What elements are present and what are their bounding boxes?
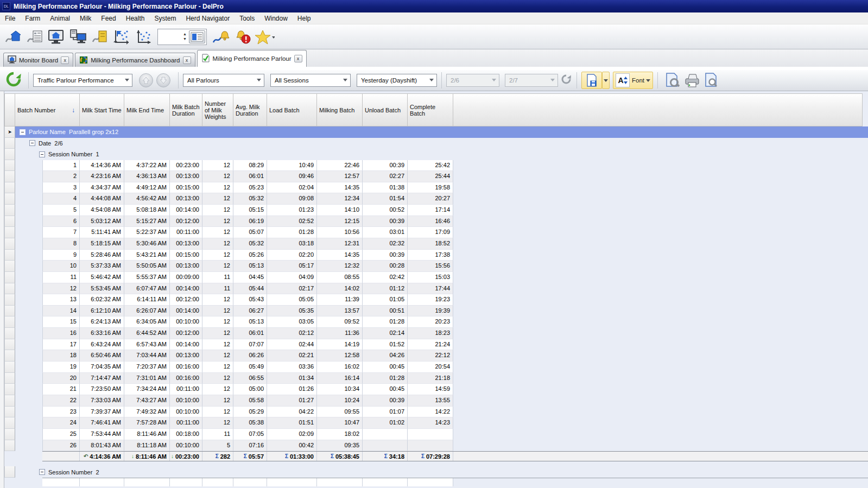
scatter-plot-icon[interactable] <box>132 26 154 48</box>
report-type-select[interactable]: Traffic Parlour Performance <box>33 74 132 87</box>
collapse-icon[interactable] <box>39 151 45 157</box>
row-indicator-cell[interactable] <box>4 328 15 339</box>
group-row-content-parlour-name[interactable]: Parlour Name Parallell grop 2x12 <box>15 126 868 138</box>
spinner-arrows-icon[interactable]: ▲▼ <box>183 31 187 41</box>
column-header-milking-batch[interactable]: Milking Batch <box>317 93 363 126</box>
menu-item-window[interactable]: Window <box>259 13 293 24</box>
row-indicator-cell[interactable] <box>4 417 15 429</box>
menu-item-animal[interactable]: Animal <box>45 13 75 24</box>
row-indicator-cell[interactable] <box>4 395 15 407</box>
row-indicator-cell[interactable] <box>4 171 15 182</box>
menu-item-health[interactable]: Health <box>121 13 150 24</box>
column-header-complete-batch[interactable]: Complete Batch <box>408 93 453 126</box>
menu-item-farm[interactable]: Farm <box>20 13 45 24</box>
row-indicator-cell[interactable] <box>4 193 15 205</box>
row-indicator-cell[interactable] <box>4 160 15 172</box>
row-indicator-cell[interactable] <box>4 362 15 373</box>
tab-monitor-board[interactable]: Monitor Boardx <box>3 53 73 67</box>
column-header-unload-batch[interactable]: Unload Batch <box>363 93 408 126</box>
print-icon[interactable] <box>682 71 701 90</box>
row-indicator-cell[interactable] <box>4 407 15 418</box>
collapse-icon[interactable] <box>39 469 45 475</box>
cow-card-icon[interactable] <box>89 26 111 48</box>
column-header-milk-batch-duration[interactable]: Milk Batch Duration <box>170 93 202 126</box>
table-row[interactable]: 257:53:44 AM8:11:46 AM00:18:001107:0502:… <box>4 429 868 440</box>
tab-close-icon[interactable]: x <box>61 56 69 64</box>
table-row[interactable]: 176:43:24 AM6:57:43 AM00:14:001207:0702:… <box>4 339 868 351</box>
row-indicator-cell[interactable] <box>4 440 15 452</box>
tab-close-icon[interactable]: x <box>294 55 302 62</box>
group-row-content-date[interactable]: Date 2/6 <box>15 138 868 149</box>
refresh-icon[interactable] <box>5 71 24 90</box>
row-indicator-cell[interactable]: ➤ <box>4 126 15 138</box>
print-preview-icon[interactable] <box>701 71 721 90</box>
column-header-milk-start-time[interactable]: Milk Start Time <box>80 93 124 126</box>
table-row[interactable]: 54:54:08 AM5:08:18 AM00:14:001205:1501:2… <box>4 205 868 216</box>
tab-milking-performance-parlour[interactable]: Milking Performance Parlourx <box>197 50 307 67</box>
row-indicator-cell[interactable] <box>4 283 15 295</box>
group-row-content-session-2[interactable]: Session Number 2 <box>15 466 868 478</box>
row-indicator-cell[interactable] <box>4 182 15 194</box>
export-options-dropdown[interactable] <box>602 72 610 89</box>
row-indicator-cell[interactable] <box>4 227 15 238</box>
row-indicator-cell[interactable] <box>4 384 15 395</box>
table-row[interactable]: 146:12:10 AM6:26:07 AM00:14:001206:2705:… <box>4 306 868 317</box>
card-view-button[interactable] <box>189 30 205 43</box>
monitor-home-icon[interactable] <box>46 26 67 48</box>
row-indicator-cell[interactable] <box>4 216 15 227</box>
menu-item-system[interactable]: System <box>149 13 181 24</box>
device-monitor-icon[interactable] <box>67 26 89 48</box>
row-indicator-cell[interactable] <box>4 294 15 306</box>
table-row[interactable]: 44:44:08 AM4:56:42 AM00:13:001205:3209:0… <box>4 193 868 205</box>
table-row[interactable]: 105:37:33 AM5:50:05 AM00:13:001205:1305:… <box>4 261 868 272</box>
table-row[interactable]: 14:14:36 AM4:37:22 AM00:23:001208:2910:4… <box>4 160 868 172</box>
font-button[interactable]: A Font <box>613 72 653 89</box>
table-row[interactable]: 166:33:16 AM6:44:52 AM00:12:001206:0102:… <box>4 328 868 339</box>
table-row[interactable]: 95:28:46 AM5:43:21 AM00:15:001205:2602:2… <box>4 250 868 261</box>
row-indicator-cell[interactable] <box>4 316 15 328</box>
table-row[interactable]: 207:14:47 AM7:31:01 AM00:16:001206:5501:… <box>4 373 868 384</box>
row-indicator-cell[interactable] <box>4 429 15 440</box>
tab-close-icon[interactable]: x <box>183 56 191 64</box>
scatter-flag-icon[interactable] <box>111 26 132 48</box>
table-row[interactable]: 85:18:15 AM5:30:46 AM00:13:001205:3203:1… <box>4 238 868 250</box>
table-row[interactable]: 227:33:03 AM7:43:27 AM00:10:001205:5801:… <box>4 395 868 407</box>
collapse-icon[interactable] <box>29 140 35 146</box>
parlour-filter-select[interactable]: All Parlours <box>183 74 264 87</box>
menu-item-tools[interactable]: Tools <box>235 13 259 24</box>
row-indicator-cell[interactable] <box>4 138 15 149</box>
row-indicator-cell[interactable] <box>4 339 15 351</box>
row-indicator-cell[interactable] <box>4 238 15 250</box>
cow-report-icon[interactable] <box>24 26 46 48</box>
column-header-load-batch[interactable]: Load Batch <box>267 93 317 126</box>
row-indicator-cell[interactable] <box>4 272 15 283</box>
tab-milking-performance-dashboard[interactable]: Milking Performance Dashboardx <box>75 53 195 67</box>
nav-down-button[interactable] <box>156 73 170 87</box>
export-save-button[interactable] <box>581 72 602 89</box>
cow-home-icon[interactable] <box>2 26 24 48</box>
favorites-star-icon[interactable] <box>254 26 275 48</box>
alarm-warning-icon[interactable] <box>232 26 254 48</box>
table-row[interactable]: 65:03:12 AM5:15:27 AM00:12:001206:1902:5… <box>4 216 868 227</box>
table-row[interactable]: 197:04:35 AM7:20:37 AM00:16:001205:4903:… <box>4 362 868 373</box>
table-row[interactable]: 125:53:45 AM6:07:47 AM00:14:001105:4402:… <box>4 283 868 295</box>
group-row-content-session-1[interactable]: Session Number 1 <box>15 149 868 160</box>
table-row[interactable]: 75:11:41 AM5:22:37 AM00:11:001205:0701:2… <box>4 227 868 238</box>
row-indicator-cell[interactable] <box>4 149 15 160</box>
table-row[interactable]: 217:23:50 AM7:34:24 AM00:11:001205:0001:… <box>4 384 868 395</box>
table-row[interactable]: 34:34:37 AM4:49:12 AM00:15:001205:2302:0… <box>4 182 868 194</box>
row-indicator-cell[interactable] <box>4 350 15 362</box>
table-row[interactable]: 24:23:16 AM4:36:13 AM00:13:001206:0109:4… <box>4 171 868 182</box>
nav-up-button[interactable] <box>139 73 153 87</box>
column-header-milk-end-time[interactable]: Milk End Time <box>124 93 170 126</box>
table-row[interactable]: 237:39:37 AM7:49:32 AM00:10:001205:2904:… <box>4 407 868 418</box>
table-row[interactable]: 186:50:46 AM7:03:44 AM00:13:001206:2602:… <box>4 350 868 362</box>
collapse-icon[interactable] <box>20 129 26 135</box>
row-indicator-cell[interactable] <box>4 261 15 272</box>
column-header-avg-milk-duration[interactable]: Avg. Milk Duration <box>233 93 267 126</box>
session-filter-select[interactable]: All Sessions <box>270 74 351 87</box>
column-header-batch-number[interactable]: Batch Number↓ <box>15 93 80 126</box>
row-indicator-cell[interactable] <box>4 205 15 216</box>
row-indicator-cell[interactable] <box>4 250 15 261</box>
table-row[interactable]: 156:24:13 AM6:34:05 AM00:10:001205:1303:… <box>4 316 868 328</box>
